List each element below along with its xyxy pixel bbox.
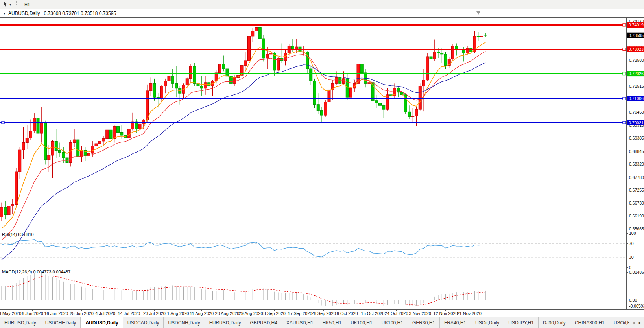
candle-body bbox=[477, 36, 480, 37]
candle-body bbox=[138, 124, 141, 129]
candle-body bbox=[244, 61, 247, 65]
chart-tab-uk100-h1[interactable]: UK100,H1 bbox=[346, 317, 377, 328]
line-handle[interactable] bbox=[623, 48, 626, 51]
date-label: 16 Jun 2020 bbox=[44, 311, 68, 316]
horizontal-line-0.73023[interactable] bbox=[0, 48, 626, 51]
date-label: 8 Sep 2020 bbox=[264, 311, 286, 316]
candle-body bbox=[77, 140, 79, 157]
price-tick-label: 0.66730 bbox=[629, 201, 644, 205]
chart-tab-usdchf-daily[interactable]: USDCHF,Daily bbox=[41, 317, 81, 328]
chart-tab-usoil-h1[interactable]: USOil,H1 bbox=[609, 317, 629, 328]
mt4-terminal: ▾ M1M5M15M30H1H4D1W1MN 0.741700.731050.7… bbox=[0, 0, 644, 328]
objects-dropdown-icon[interactable]: ▼ bbox=[3, 12, 6, 15]
candle-body bbox=[251, 31, 254, 36]
line-handle[interactable] bbox=[2, 121, 4, 124]
candle-body bbox=[11, 205, 14, 206]
chart-tab-usdcad-daily[interactable]: USDCAD,Daily bbox=[123, 317, 164, 328]
chart-tab-china300-h1[interactable]: CHINA300,H1 bbox=[570, 317, 609, 328]
chart-tab-usdcnh-daily[interactable]: USDCNH,Daily bbox=[164, 317, 205, 328]
chart-tab-uk100-h1[interactable]: UK100,H1 bbox=[377, 317, 408, 328]
date-label: 3 Nov 2020 bbox=[409, 311, 431, 316]
macd-indicator-label: MACD(12,26,9) 0.004773 0.004487 bbox=[2, 269, 70, 274]
candle-body bbox=[360, 64, 363, 73]
chart-tab-dj30-daily[interactable]: DJ30,Daily bbox=[539, 317, 570, 328]
price-tick-label: 0.66190 bbox=[629, 214, 644, 218]
chart-tabs: EURUSD,DailyUSDCHF,DailyAUDUSD,DailyUSDC… bbox=[0, 317, 629, 328]
candle-body bbox=[149, 83, 152, 91]
candle-body bbox=[222, 64, 225, 69]
chart-tab-hk50-h1[interactable]: HK50,H1 bbox=[318, 317, 347, 328]
date-label: 23 Jul 2020 bbox=[143, 311, 166, 316]
candle-body bbox=[204, 83, 207, 88]
charts-toolbar-button[interactable]: ▾ bbox=[2, 1, 12, 7]
chart-tab-xauusd-h1[interactable]: XAUUSD,H1 bbox=[282, 317, 318, 328]
chart-tab-ger30-h1[interactable]: GER30,H1 bbox=[408, 317, 440, 328]
candle-body bbox=[423, 80, 425, 86]
candle-body bbox=[437, 52, 440, 53]
candle-body bbox=[62, 152, 65, 158]
chart-tab-eurusd-daily[interactable]: EURUSD,Daily bbox=[0, 317, 41, 328]
tab-scroll-right-icon[interactable]: ► bbox=[638, 321, 642, 325]
candle-body bbox=[233, 77, 236, 83]
candle-body bbox=[324, 102, 327, 115]
price-badge: 0.70021 bbox=[627, 120, 644, 125]
price-tick-label: 0.70450 bbox=[629, 110, 644, 114]
candle-body bbox=[255, 28, 258, 31]
horizontal-line-0.72026[interactable] bbox=[0, 72, 626, 75]
candle-body bbox=[266, 54, 269, 58]
date-label: 25 Jun 2020 bbox=[70, 311, 94, 316]
candle-body bbox=[462, 49, 465, 53]
chart-symbol-label: AUDUSD,Daily bbox=[8, 11, 40, 16]
chart-window[interactable]: 0.741700.731050.725800.715150.704500.699… bbox=[0, 9, 644, 317]
line-handle[interactable] bbox=[623, 121, 626, 124]
candle-body bbox=[317, 105, 319, 111]
candle-body bbox=[426, 57, 429, 80]
candle-body bbox=[40, 123, 43, 133]
date-label: 6 Jun 2020 bbox=[22, 311, 43, 316]
timeframes-toolbar: ▾ M1M5M15M30H1H4D1W1MN bbox=[0, 0, 644, 9]
candle-body bbox=[73, 140, 76, 142]
candle-body bbox=[415, 109, 418, 116]
tab-scroll-arrows: ◄ ► bbox=[629, 317, 644, 328]
candle-body bbox=[262, 39, 265, 58]
date-label: 21 Nov 2020 bbox=[457, 311, 481, 316]
tab-scroll-left-icon[interactable]: ◄ bbox=[632, 321, 635, 325]
line-handle[interactable] bbox=[623, 72, 626, 75]
chart-tab-fra40-h1[interactable]: FRA40,H1 bbox=[440, 317, 471, 328]
chart-tab-usoil-daily[interactable]: USOil,Daily bbox=[471, 317, 504, 328]
candle-body bbox=[433, 52, 436, 59]
candle-body bbox=[26, 138, 28, 142]
chart-canvas[interactable]: 0.741700.731050.725800.715150.704500.699… bbox=[0, 9, 644, 317]
line-handle[interactable] bbox=[623, 97, 626, 100]
chart-tab-gbpusd-h4[interactable]: GBPUSD,H4 bbox=[245, 317, 282, 328]
rsi-line bbox=[2, 240, 485, 257]
date-label: 12 Nov 2020 bbox=[433, 311, 458, 316]
candle-body bbox=[175, 83, 178, 88]
date-label: 24 Oct 2020 bbox=[385, 311, 408, 316]
candle-body bbox=[18, 150, 21, 172]
candle-body bbox=[481, 36, 483, 37]
candle-body bbox=[382, 105, 385, 109]
cursor-pointer-icon bbox=[3, 2, 8, 7]
candle-body bbox=[313, 81, 316, 105]
candle-body bbox=[37, 118, 39, 133]
line-handle[interactable] bbox=[623, 24, 626, 26]
candle-body bbox=[113, 127, 116, 139]
horizontal-line-0.74019[interactable] bbox=[0, 24, 626, 26]
chart-tab-eurusd-daily[interactable]: EURUSD,Daily bbox=[205, 317, 246, 328]
candles bbox=[0, 22, 487, 221]
horizontal-line-0.70021[interactable] bbox=[0, 121, 626, 124]
candle-body bbox=[44, 123, 47, 160]
toolbar-grip[interactable] bbox=[16, 1, 17, 7]
candle-body bbox=[102, 139, 105, 141]
candle-body bbox=[284, 53, 287, 61]
timeframe-button-h1[interactable]: H1 bbox=[20, 0, 37, 8]
macd-axis-label: -0.005938 bbox=[629, 304, 644, 308]
date-label: 29 Aug 2020 bbox=[239, 311, 263, 316]
chart-tab-audusd-daily[interactable]: AUDUSD,Daily bbox=[81, 317, 123, 328]
candle-body bbox=[219, 64, 221, 73]
price-badge: 0.73023 bbox=[627, 46, 644, 52]
chart-tab-usdjpy-h1[interactable]: USDJPY,H1 bbox=[504, 317, 538, 328]
price-badge-label: 0.72026 bbox=[629, 71, 644, 76]
price-badge-label: 0.74019 bbox=[629, 22, 644, 27]
